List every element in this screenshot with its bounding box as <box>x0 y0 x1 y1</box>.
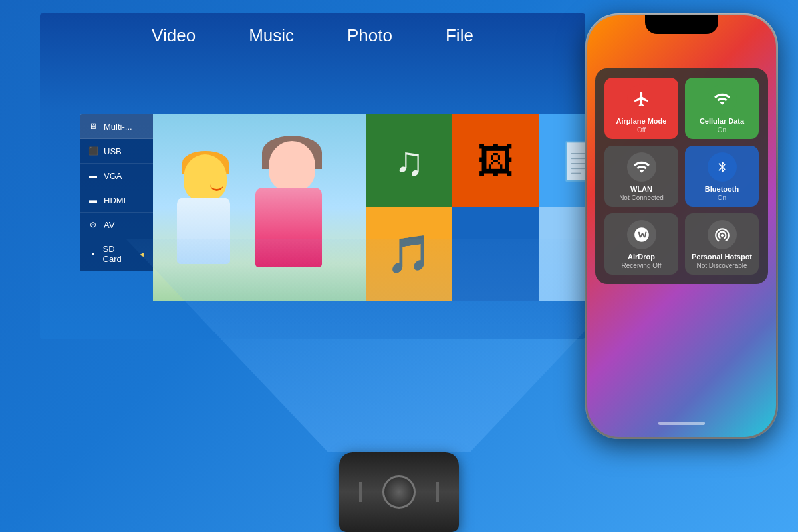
hotspot-label: Personal Hotspot <box>692 253 752 261</box>
iphone-screen: Airplane Mode Off Cellular Data On <box>587 15 776 437</box>
cellular-label: Cellular Data <box>700 117 744 125</box>
sidebar-item-vga[interactable]: ▬ VGA <box>80 164 153 188</box>
cc-grid: Airplane Mode Off Cellular Data On <box>604 78 759 275</box>
bluetooth-icon <box>716 158 729 176</box>
sidebar-item-av[interactable]: ⊙ AV <box>80 213 153 237</box>
airplane-mode-icon-circle <box>627 84 656 114</box>
av-icon: ⊙ <box>88 219 98 230</box>
tab-video[interactable]: Video <box>152 25 196 46</box>
wlan-label: WLAN <box>630 185 652 193</box>
media-cell-green: ♫ <box>366 114 452 207</box>
hotspot-icon <box>714 226 731 243</box>
tab-photo[interactable]: Photo <box>347 25 392 46</box>
media-cell-orange: 🖼 <box>452 114 539 207</box>
airdrop-icon-circle <box>627 220 656 249</box>
cc-bluetooth[interactable]: Bluetooth On <box>685 146 759 207</box>
bluetooth-icon-circle <box>708 152 737 182</box>
cc-cellular-data[interactable]: Cellular Data On <box>685 78 759 139</box>
cc-personal-hotspot[interactable]: Personal Hotspot Not Discoverable <box>685 213 759 275</box>
monitor-icon: 🖥 <box>88 121 98 132</box>
airplane-mode-label: Airplane Mode <box>616 117 667 125</box>
cellular-icon-circle <box>708 84 737 114</box>
cc-airdrop[interactable]: AirDrop Receiving Off <box>604 213 678 275</box>
wlan-icon-circle <box>627 152 656 182</box>
bluetooth-sublabel: On <box>718 194 726 201</box>
woman-head <box>269 141 315 191</box>
music-icon: ♫ <box>394 138 424 184</box>
cellular-icon <box>714 90 731 108</box>
control-center: Airplane Mode Off Cellular Data On <box>595 68 768 284</box>
airdrop-icon <box>633 226 650 243</box>
airdrop-label: AirDrop <box>628 253 655 261</box>
home-indicator <box>658 422 705 425</box>
projector-line-right <box>436 482 439 502</box>
vga-icon: ▬ <box>88 170 98 181</box>
boy-mouth <box>210 184 223 191</box>
cellular-sublabel: On <box>718 126 726 134</box>
airdrop-sublabel: Receiving Off <box>622 262 662 269</box>
projector-device <box>339 452 459 532</box>
sidebar-item-hdmi[interactable]: ▬ HDMI <box>80 188 153 213</box>
projector-lens <box>382 475 416 509</box>
iphone-container: Airplane Mode Off Cellular Data On <box>585 13 778 439</box>
hotspot-sublabel: Not Discoverable <box>696 262 747 269</box>
hdmi-icon: ▬ <box>88 195 98 205</box>
tab-music[interactable]: Music <box>249 25 294 46</box>
photo-icon: 🖼 <box>477 140 514 182</box>
sdcard-icon: ▪ <box>88 249 98 259</box>
cc-wlan[interactable]: WLAN Not Connected <box>604 146 678 207</box>
boy-head <box>184 154 227 201</box>
sidebar-item-usb[interactable]: ⬛ USB <box>80 139 153 164</box>
wifi-icon <box>633 158 650 176</box>
nav-tabs: Video Music Photo File <box>40 13 585 53</box>
hotspot-icon-circle <box>708 220 737 249</box>
airplane-mode-sublabel: Off <box>637 126 646 134</box>
wlan-sublabel: Not Connected <box>619 194 664 201</box>
tab-file[interactable]: File <box>446 25 473 46</box>
cc-airplane-mode[interactable]: Airplane Mode Off <box>604 78 678 139</box>
airplane-icon <box>633 90 650 108</box>
iphone-notch <box>645 15 718 34</box>
sidebar-item-multi[interactable]: 🖥 Multi-... <box>80 114 153 139</box>
usb-icon: ⬛ <box>88 146 98 156</box>
bluetooth-label: Bluetooth <box>705 185 739 193</box>
iphone-frame: Airplane Mode Off Cellular Data On <box>585 13 778 439</box>
projector-line-left <box>359 482 362 502</box>
